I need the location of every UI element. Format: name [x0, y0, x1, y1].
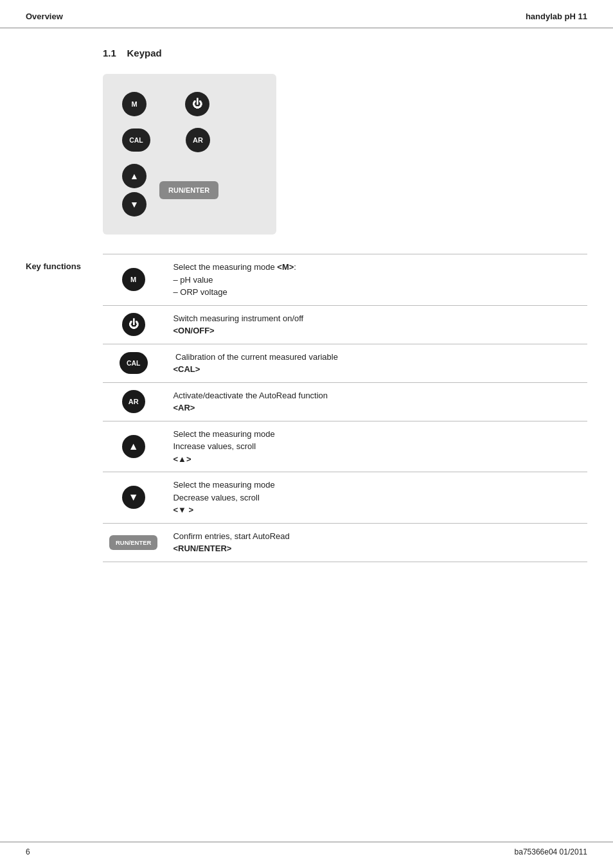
- key-desc-cell: Calibration of the current measured vari…: [164, 344, 587, 382]
- power-key-icon: ⏻: [122, 313, 145, 336]
- key-desc-cell: Activate/deactivate the AutoRead functio…: [164, 382, 587, 421]
- table-row: CAL Calibration of the current measured …: [103, 344, 587, 382]
- key-icon-cell: ⏻: [103, 305, 164, 344]
- run-enter-key-icon: RUN/ENTER: [109, 535, 157, 550]
- keypad-row-3: ▲ ▼ RUN/ENTER: [122, 164, 257, 217]
- power-key-diagram[interactable]: ⏻: [185, 92, 209, 116]
- key-functions-label: Key functions: [26, 254, 103, 562]
- page-footer: 6 ba75366e04 01/2011: [0, 842, 613, 856]
- ar-key-diagram[interactable]: AR: [186, 128, 210, 152]
- key-icon-cell: CAL: [103, 344, 164, 382]
- cal-key-icon: CAL: [120, 352, 148, 374]
- header-overview: Overview: [26, 12, 63, 21]
- up-key-icon: ▲: [122, 435, 145, 458]
- table-row: ⏻ Switch measuring instrument on/off <ON…: [103, 305, 587, 344]
- key-icon-cell: M: [103, 254, 164, 306]
- page-header: Overview handylab pH 11: [0, 0, 613, 28]
- down-key-diagram[interactable]: ▼: [122, 192, 147, 217]
- key-icon-cell: ▲: [103, 421, 164, 472]
- table-row: ▲ Select the measuring mode Increase val…: [103, 421, 587, 472]
- down-key-icon: ▼: [122, 486, 145, 509]
- keypad-diagram: M ⏻ CAL AR ▲ ▼ RUN/ENTER: [103, 74, 276, 235]
- table-row: RUN/ENTER Confirm entries, start AutoRea…: [103, 523, 587, 562]
- m-key-icon: M: [122, 268, 145, 291]
- header-product: handylab pH 11: [526, 12, 587, 21]
- key-desc-cell: Switch measuring instrument on/off <ON/O…: [164, 305, 587, 344]
- key-icon-cell: AR: [103, 382, 164, 421]
- key-functions-section: Key functions M Select the measuring mod…: [26, 254, 587, 562]
- ar-key-icon: AR: [122, 390, 145, 413]
- section-title: 1.1 Keypad: [103, 48, 587, 58]
- footer-page-number: 6: [26, 847, 30, 856]
- table-row: AR Activate/deactivate the AutoRead func…: [103, 382, 587, 421]
- cal-key-diagram[interactable]: CAL: [122, 128, 150, 152]
- keypad-row-1: M ⏻: [122, 92, 257, 116]
- key-desc-cell: Select the measuring mode Decrease value…: [164, 472, 587, 524]
- key-icon-cell: ▼: [103, 472, 164, 524]
- key-desc-cell: Confirm entries, start AutoRead <RUN/ENT…: [164, 523, 587, 562]
- key-icon-cell: RUN/ENTER: [103, 523, 164, 562]
- m-key-diagram[interactable]: M: [122, 92, 147, 116]
- key-desc-cell: Select the measuring mode Increase value…: [164, 421, 587, 472]
- footer-doc-info: ba75366e04 01/2011: [515, 847, 587, 856]
- key-desc-cell: Select the measuring mode <M>: – pH valu…: [164, 254, 587, 306]
- keypad-row-2: CAL AR: [122, 128, 257, 152]
- key-functions-table: M Select the measuring mode <M>: – pH va…: [103, 254, 587, 562]
- table-row: ▼ Select the measuring mode Decrease val…: [103, 472, 587, 524]
- main-content: 1.1 Keypad M ⏻ CAL AR ▲ ▼ RUN/ENTER Key …: [0, 28, 613, 581]
- arrow-keys-diagram: ▲ ▼: [122, 164, 147, 217]
- up-key-diagram[interactable]: ▲: [122, 164, 147, 188]
- run-enter-key-diagram[interactable]: RUN/ENTER: [159, 181, 218, 199]
- table-row: M Select the measuring mode <M>: – pH va…: [103, 254, 587, 306]
